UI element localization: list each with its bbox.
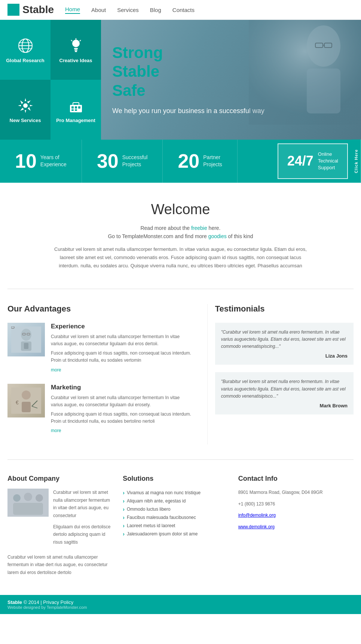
advantage-experience-title: Experience (51, 323, 192, 330)
footer-contact-title: Contact Info (238, 475, 342, 483)
stat-partners: 20 PartnerProjects (163, 140, 237, 183)
svg-rect-22 (307, 69, 340, 113)
svg-point-41 (24, 493, 32, 501)
stat-experience: 10 Years ofExperience (0, 140, 82, 183)
freebie-link[interactable]: freebie (191, 225, 207, 231)
advantage-marketing-img: € (7, 384, 45, 417)
advantage-experience-content: Experience Curabitur vel lorem sit amet … (51, 323, 192, 373)
testimonial-0-text: "Curabitur vel lorem sit amet nulla erer… (221, 329, 348, 350)
svg-rect-8 (75, 51, 77, 52)
footer-solutions-item-1: Aliquam nibh ante, egestas id (123, 497, 227, 505)
advantage-marketing: € Marketing Curabitur vel lorem sit amet… (7, 384, 192, 434)
advantage-experience-more[interactable]: more (51, 367, 61, 373)
footer-contact-phone: +1 (800) 123 9876 (238, 500, 342, 508)
footer-section: About Company Curabitur vel lorem sit am… (0, 460, 361, 595)
footer-contact-col: Contact Info 8901 Marmora Road, Glasgow,… (238, 475, 354, 580)
stat-projects: 30 SuccessfulProjects (82, 140, 163, 183)
footer-about-text1: Curabitur vel lorem sit amet nulla ullam… (53, 489, 111, 519)
svg-rect-15 (71, 106, 74, 109)
tile-creative-ideas[interactable]: Creative Ideas (51, 20, 101, 80)
support-desc: OnlineTechnicalSupport (318, 151, 338, 171)
stat-experience-label: Years ofExperience (40, 154, 67, 168)
footer-contact-address: 8901 Marmora Road, Glasgow, D04 89GR (238, 489, 342, 496)
welcome-body: Curabitur vel lorem sit amet nulla ullam… (50, 245, 312, 270)
stat-projects-number: 30 (97, 151, 119, 171)
welcome-section: Welcome Read more about the freebie here… (0, 183, 361, 289)
footer-solutions-item-4: Laoreet metus id laoreet (123, 522, 227, 530)
svg-rect-43 (13, 503, 43, 515)
footer-solutions-item-3: Faucibus malesuada faucibusonec (123, 513, 227, 522)
hero-tiles: Global Research Creative Ideas New Servi… (0, 20, 101, 140)
logo-square (7, 4, 19, 16)
advantage-experience-text2: Fusce adipiscing quam id risus sagittis,… (51, 350, 192, 364)
advantage-experience-text1: Curabitur vel lorem sit amet nulla ullam… (51, 333, 192, 347)
tile-global-research[interactable]: Global Research (0, 20, 51, 80)
tile-creative-ideas-label: Creative Ideas (59, 58, 92, 63)
goodies-link[interactable]: goodies (208, 233, 227, 239)
nav-blog[interactable]: Blog (150, 7, 161, 13)
hero-title: Strong Stable Safe (112, 43, 264, 100)
advantage-marketing-text2: Fusce adipiscing quam id risus sagittis,… (51, 411, 192, 425)
footer-solutions-item-0: Vivamus at magna non nunc tristique (123, 489, 227, 497)
bottom-brand: Stable (7, 599, 22, 605)
hero-subtitle: We help you run your business in a succe… (112, 106, 264, 116)
svg-rect-19 (75, 109, 77, 111)
advantage-marketing-title: Marketing (51, 384, 192, 391)
svg-rect-32 (24, 343, 28, 349)
bottom-line1: Stable © 2014 | Privacy Policy (7, 599, 354, 605)
svg-rect-6 (74, 48, 78, 49)
bottom-line2: Website designed by TemplateMonster.com (7, 605, 354, 610)
support-box: 24/7 OnlineTechnicalSupport (278, 143, 348, 179)
header: Stable Home About Services Blog Contacts (0, 0, 361, 20)
stat-projects-label: SuccessfulProjects (122, 154, 148, 168)
logo[interactable]: Stable (7, 4, 54, 16)
advantage-marketing-more[interactable]: more (51, 428, 61, 433)
tile-new-services-label: New Services (10, 118, 41, 123)
welcome-tagline1: Read more about the freebie here. (50, 225, 312, 231)
nav-home[interactable]: Home (65, 6, 80, 14)
svg-rect-17 (78, 106, 80, 109)
footer-solutions-item-5: Jalesuadaorem ipsum dolor sit ame (123, 530, 227, 538)
svg-line-11 (71, 40, 72, 41)
footer-solutions-col: Solutions Vivamus at magna non nunc tris… (123, 475, 238, 580)
click-here-button[interactable]: Click Here (352, 140, 361, 183)
hero-person-image (249, 20, 361, 140)
footer-solutions-list: Vivamus at magna non nunc tristique Aliq… (123, 489, 227, 538)
welcome-tagline2: Go to TemplateMonster.com and find more … (50, 233, 312, 239)
footer-about-col: About Company Curabitur vel lorem sit am… (7, 475, 123, 580)
footer-contact-website[interactable]: www.demolink.org (238, 524, 275, 529)
hero-section: Global Research Creative Ideas New Servi… (0, 20, 361, 140)
svg-point-12 (23, 103, 28, 108)
tile-pro-management[interactable]: Pro Management (51, 80, 101, 140)
footer-about-text-col: Curabitur vel lorem sit amet nulla ullam… (53, 489, 111, 550)
bottom-credit: Website designed by TemplateMonster.com (7, 605, 87, 610)
stat-partners-number: 20 (178, 151, 199, 171)
support-time: 24/7 (287, 153, 313, 169)
tile-new-services[interactable]: New Services (0, 80, 51, 140)
svg-rect-35 (22, 402, 31, 412)
testimonials-title: Testimonials (215, 304, 354, 314)
nav-services[interactable]: Services (117, 7, 139, 13)
testimonials-col: Testimonials "Curabitur vel lorem sit am… (207, 304, 354, 445)
tile-pro-management-label: Pro Management (56, 118, 95, 123)
svg-point-40 (13, 494, 21, 502)
testimonial-0: "Curabitur vel lorem sit amet nulla erer… (215, 323, 354, 365)
svg-point-42 (36, 494, 43, 502)
footer-about-title: About Company (7, 475, 111, 483)
testimonial-1-author: Mark Brown (221, 403, 348, 408)
stats-bar: 10 Years ofExperience 30 SuccessfulProje… (0, 140, 361, 183)
testimonial-1: "Burabitur vel lorem sit amet nulla erer… (215, 372, 354, 414)
svg-text:€: € (16, 400, 19, 405)
testimonial-1-text: "Burabitur vel lorem sit amet nulla erer… (221, 378, 348, 400)
nav-about[interactable]: About (91, 7, 106, 13)
advantages-title: Our Advantages (7, 304, 192, 314)
nav-contacts[interactable]: Contacts (172, 7, 195, 13)
svg-rect-20 (249, 20, 361, 125)
svg-rect-18 (71, 109, 74, 111)
stat-experience-number: 10 (15, 151, 37, 171)
svg-point-34 (22, 391, 31, 400)
footer-contact-email[interactable]: info@demolink.org (238, 513, 276, 518)
advantage-experience-img (7, 323, 45, 356)
advantage-experience: Experience Curabitur vel lorem sit amet … (7, 323, 192, 373)
advantages-col: Our Advantages Experience Curabitur vel … (7, 304, 207, 445)
